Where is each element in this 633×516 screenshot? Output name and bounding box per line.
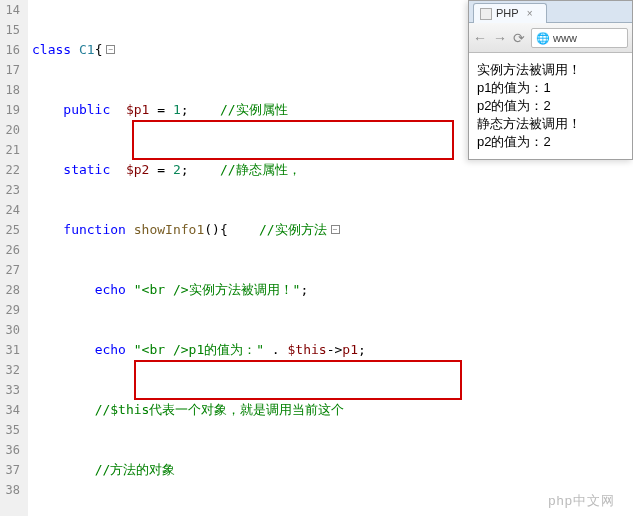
line-number: 30 [4, 320, 20, 340]
tab-title: PHP [496, 4, 519, 23]
output-line: 静态方法被调用！ [477, 115, 624, 133]
browser-toolbar: ← → ⟳ 🌐 www [469, 23, 632, 53]
line-number: 16 [4, 40, 20, 60]
line-number: 17 [4, 60, 20, 80]
line-number: 27 [4, 260, 20, 280]
browser-tab[interactable]: PHP × [473, 3, 547, 23]
line-number: 21 [4, 140, 20, 160]
browser-window: PHP × ← → ⟳ 🌐 www 实例方法被调用！ p1的值为：1 p2的值为… [468, 0, 633, 160]
code-line[interactable]: //$this代表一个对象，就是调用当前这个 [32, 400, 459, 420]
line-number: 35 [4, 420, 20, 440]
line-number: 34 [4, 400, 20, 420]
line-number: 24 [4, 200, 20, 220]
address-bar[interactable]: 🌐 www [531, 28, 628, 48]
code-line[interactable]: //方法的对象 [32, 460, 459, 480]
fold-icon[interactable]: − [331, 225, 340, 234]
line-number: 29 [4, 300, 20, 320]
output-line: p2的值为：2 [477, 97, 624, 115]
code-line[interactable]: echo "<br />实例方法被调用！"; [32, 280, 459, 300]
close-icon[interactable]: × [527, 4, 533, 23]
highlight-box-2 [134, 360, 462, 400]
line-number: 20 [4, 120, 20, 140]
line-number: 33 [4, 380, 20, 400]
line-number: 32 [4, 360, 20, 380]
line-number: 26 [4, 240, 20, 260]
globe-icon: 🌐 [536, 29, 550, 47]
reload-icon[interactable]: ⟳ [513, 30, 525, 46]
output-line: p1的值为：1 [477, 79, 624, 97]
line-number: 37 [4, 460, 20, 480]
line-number: 25 [4, 220, 20, 240]
line-number: 19 [4, 100, 20, 120]
code-line[interactable]: class C1{− [32, 40, 459, 60]
code-line[interactable]: static $p2 = 2; //静态属性， [32, 160, 459, 180]
line-number: 14 [4, 0, 20, 20]
watermark: php中文网 [548, 492, 615, 510]
line-number: 22 [4, 160, 20, 180]
code-line[interactable]: public $p1 = 1; //实例属性 [32, 100, 459, 120]
line-number: 18 [4, 80, 20, 100]
line-number: 28 [4, 280, 20, 300]
code-area[interactable]: class C1{− public $p1 = 1; //实例属性 static… [28, 0, 463, 516]
highlight-box-1 [132, 120, 454, 160]
fold-icon[interactable]: − [106, 45, 115, 54]
line-number: 23 [4, 180, 20, 200]
output-line: 实例方法被调用！ [477, 61, 624, 79]
browser-content: 实例方法被调用！ p1的值为：1 p2的值为：2 静态方法被调用！ p2的值为：… [469, 53, 632, 159]
line-number: 36 [4, 440, 20, 460]
line-number: 15 [4, 20, 20, 40]
address-text: www [553, 29, 577, 47]
code-line[interactable]: function showInfo1(){ //实例方法− [32, 220, 459, 240]
line-number: 38 [4, 480, 20, 500]
output-line: p2的值为：2 [477, 133, 624, 151]
line-number-gutter: 14 15 16 17 18 19 20 21 22 23 24 25 26 2… [0, 0, 28, 516]
code-line[interactable]: echo "<br />p1的值为：" . $this->p1; [32, 340, 459, 360]
page-icon [480, 8, 492, 20]
browser-tab-bar: PHP × [469, 1, 632, 23]
line-number: 31 [4, 340, 20, 360]
forward-icon[interactable]: → [493, 30, 507, 46]
back-icon[interactable]: ← [473, 30, 487, 46]
